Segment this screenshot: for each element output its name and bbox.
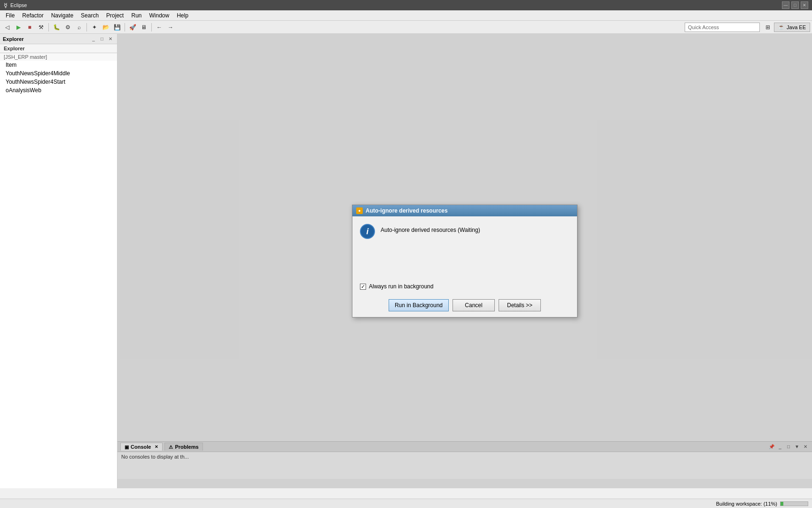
menu-file[interactable]: File	[2, 11, 18, 20]
sidebar-item-label-0: YouthNewsSpider4Middle	[6, 70, 70, 77]
modal-overlay: ● Auto-ignore derived resources i Auto-i…	[117, 34, 812, 488]
title-bar-controls: — □ ✕	[782, 1, 808, 9]
sidebar-minimize-btn[interactable]: _	[90, 35, 97, 43]
toolbar-server-btn[interactable]: 🖥	[139, 22, 149, 32]
toolbar: ◁ ▶ ■ ⚒ 🐛 ⚙ ⌕ ✦ 📂 💾 🚀 🖥 ← → Quick Access…	[0, 21, 812, 34]
dialog-checkbox-label: Always run in background	[369, 283, 433, 290]
progress-fill	[781, 502, 783, 506]
perspective-label: Java EE	[787, 24, 806, 30]
toolbar-build-btn[interactable]: ⚒	[36, 22, 46, 32]
minimize-button[interactable]: —	[782, 1, 789, 9]
dialog-message-text: Auto-ignore derived resources (Waiting)	[381, 224, 480, 233]
status-bar: Building workspace: (11%)	[0, 499, 812, 508]
dialog-info-icon: i	[360, 224, 375, 239]
sidebar: Explorer _ □ ✕ Explorer [JSH_ERP master]…	[0, 34, 117, 488]
dialog-title-bar: ● Auto-ignore derived resources	[352, 205, 577, 216]
toolbar-debug-btn[interactable]: 🐛	[51, 22, 62, 32]
toolbar-back-btn[interactable]: ◁	[2, 22, 12, 32]
toolbar-stop-btn[interactable]: ■	[24, 22, 35, 32]
title-bar-left: ☿ Eclipse	[4, 2, 27, 9]
toolbar-deploy-btn[interactable]: 🚀	[127, 22, 138, 32]
dialog-message-row: i Auto-ignore derived resources (Waiting…	[360, 224, 570, 239]
sidebar-close-btn[interactable]: ✕	[107, 35, 114, 43]
dialog-buttons: Run in Background Cancel Details >>	[352, 295, 577, 317]
quick-access-input[interactable]: Quick Access	[685, 23, 760, 32]
sidebar-tab: Explorer	[0, 44, 117, 53]
sidebar-item-0[interactable]: YouthNewsSpider4Middle	[0, 69, 117, 78]
toolbar-profile-btn[interactable]: ⚙	[62, 22, 73, 32]
building-status-text: Building workspace: (11%)	[716, 501, 777, 507]
close-button[interactable]: ✕	[801, 1, 808, 9]
toolbar-new-btn[interactable]: ✦	[89, 22, 100, 32]
quick-access-label: Quick Access	[688, 24, 719, 30]
toolbar-sep1	[48, 23, 49, 32]
sidebar-title: Explorer	[3, 36, 24, 42]
progress-bar	[780, 501, 808, 506]
sidebar-header-buttons: _ □ ✕	[90, 35, 114, 43]
perspective-icon: ☕	[778, 24, 785, 30]
sidebar-item-2[interactable]: oAnalysisWeb	[0, 86, 117, 95]
toolbar-search-btn[interactable]: ⌕	[74, 22, 84, 32]
toolbar-save-btn[interactable]: 💾	[112, 22, 122, 32]
app-icon: ☿	[4, 2, 8, 9]
content-area: ▣ Console ✕ ⚠ Problems 📌 _ □ ▼ ✕	[117, 34, 812, 488]
sidebar-branch-label: [JSH_ERP master]	[4, 54, 47, 60]
toolbar-nav-next-btn[interactable]: →	[165, 22, 176, 32]
run-in-background-button[interactable]: Run in Background	[389, 299, 449, 311]
dialog-title-text: Auto-ignore derived resources	[366, 207, 448, 214]
app-title: Eclipse	[10, 2, 27, 8]
menu-window[interactable]: Window	[145, 11, 173, 20]
info-icon-letter: i	[366, 227, 368, 237]
sidebar-branch-item: [JSH_ERP master]	[0, 53, 117, 61]
dialog-content: i Auto-ignore derived resources (Waiting…	[352, 216, 577, 295]
status-progress: Building workspace: (11%)	[716, 501, 808, 507]
menu-navigate[interactable]: Navigate	[47, 11, 77, 20]
details-btn-label: Details >>	[507, 302, 532, 309]
menu-help[interactable]: Help	[173, 11, 192, 20]
title-bar: ☿ Eclipse — □ ✕	[0, 0, 812, 10]
perspective-btn[interactable]: ☕ Java EE	[774, 23, 810, 32]
dialog: ● Auto-ignore derived resources i Auto-i…	[352, 205, 578, 318]
main-layout: Explorer _ □ ✕ Explorer [JSH_ERP master]…	[0, 34, 812, 488]
sidebar-item-label-2: oAnalysisWeb	[6, 87, 41, 94]
toolbar-sep2	[86, 23, 87, 32]
menu-bar: File Refactor Navigate Search Project Ru…	[0, 10, 812, 21]
toolbar-sep3	[125, 23, 125, 32]
menu-refactor[interactable]: Refactor	[18, 11, 47, 20]
dialog-checkbox[interactable]: ✓	[360, 284, 366, 290]
cancel-btn-label: Cancel	[465, 302, 482, 309]
sidebar-root-label: Item	[6, 62, 16, 68]
cancel-button[interactable]: Cancel	[453, 299, 495, 311]
run-bg-btn-label: Run in Background	[395, 302, 443, 309]
menu-project[interactable]: Project	[102, 11, 127, 20]
dialog-title-icon: ●	[356, 207, 363, 214]
toolbar-run-btn[interactable]: ▶	[13, 22, 23, 32]
details-button[interactable]: Details >>	[499, 299, 541, 311]
maximize-button[interactable]: □	[791, 1, 799, 9]
toolbar-perspective-open-btn[interactable]: ⊞	[763, 22, 773, 32]
sidebar-item-1[interactable]: YouthNewsSpider4Start	[0, 78, 117, 86]
dialog-spacer	[360, 245, 570, 276]
dialog-checkbox-row[interactable]: ✓ Always run in background	[360, 281, 570, 292]
menu-run[interactable]: Run	[127, 11, 145, 20]
menu-search[interactable]: Search	[77, 11, 102, 20]
toolbar-open-btn[interactable]: 📂	[101, 22, 111, 32]
checkbox-check-icon: ✓	[361, 284, 365, 290]
sidebar-tab-label: Explorer	[4, 46, 25, 51]
dialog-title-icon-symbol: ●	[358, 208, 360, 213]
toolbar-sep4	[151, 23, 152, 32]
sidebar-header: Explorer _ □ ✕	[0, 34, 117, 44]
sidebar-root-item[interactable]: Item	[0, 61, 117, 69]
sidebar-maximize-btn[interactable]: □	[98, 35, 106, 43]
sidebar-item-label-1: YouthNewsSpider4Start	[6, 79, 65, 85]
toolbar-nav-prev-btn[interactable]: ←	[154, 22, 164, 32]
